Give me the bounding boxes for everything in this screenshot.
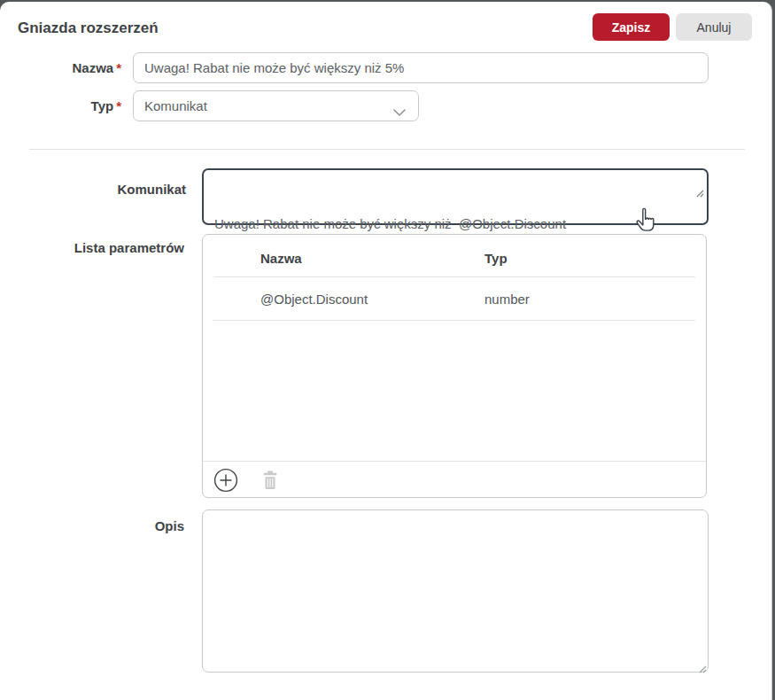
section-divider <box>29 149 745 150</box>
typ-required-asterisk: * <box>116 98 121 113</box>
typ-select[interactable]: Komunikat <box>133 90 419 121</box>
chevron-down-icon <box>393 104 406 119</box>
komunikat-label: Komunikat <box>35 182 186 197</box>
trash-icon <box>260 470 280 494</box>
page-title: Gniazda rozszerzeń <box>18 19 159 37</box>
opis-textarea[interactable] <box>202 509 709 673</box>
nazwa-label-text: Nazwa <box>72 60 113 75</box>
table-header-typ: Typ <box>484 251 508 266</box>
lista-parametrow-label: Lista parametrów <box>35 240 184 255</box>
nazwa-required-asterisk: * <box>116 60 121 75</box>
resize-handle-icon[interactable] <box>673 165 704 221</box>
extension-slot-dialog: Gniazda rozszerzeń Zapisz Anuluj Nazwa* … <box>0 2 772 700</box>
nazwa-input[interactable] <box>133 52 709 83</box>
komunikat-textarea[interactable]: Uwaga! Rabat nie może być większy niż @O… <box>202 168 709 225</box>
typ-select-value: Komunikat <box>144 98 207 113</box>
table-row-divider <box>213 320 695 321</box>
komunikat-line-1: Uwaga! Rabat nie może być większy niż @O… <box>214 214 696 233</box>
table-toolbar-divider <box>203 461 706 462</box>
param-type-cell: number <box>484 292 530 307</box>
nazwa-label: Nazwa* <box>35 60 121 75</box>
table-header-nazwa: Nazwa <box>260 251 302 266</box>
cancel-button[interactable]: Anuluj <box>676 13 752 41</box>
param-name-cell: @Object.Discount <box>260 292 368 307</box>
table-header-divider <box>213 276 695 277</box>
plus-circle-icon <box>213 468 238 495</box>
add-parameter-button[interactable] <box>213 468 239 494</box>
delete-parameter-button[interactable] <box>257 468 283 494</box>
typ-label: Typ* <box>35 98 121 113</box>
opis-label: Opis <box>35 518 184 533</box>
typ-label-text: Typ <box>91 98 114 113</box>
parameters-table: Nazwa Typ @Object.Discount number <box>202 234 707 498</box>
save-button[interactable]: Zapisz <box>593 13 670 41</box>
resize-handle-icon[interactable] <box>698 661 707 677</box>
